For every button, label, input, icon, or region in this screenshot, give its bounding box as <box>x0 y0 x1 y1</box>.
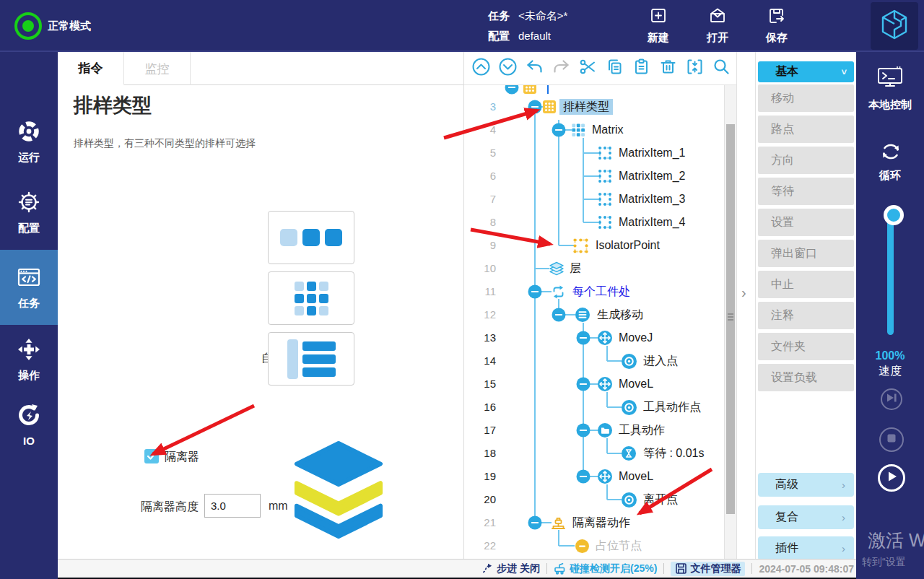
tree-node-label[interactable]: 层 <box>570 261 581 277</box>
speed-slider-track[interactable] <box>887 215 894 335</box>
sidebar-item-run[interactable]: 运行 <box>0 113 58 170</box>
tree-node-label[interactable]: Matrix <box>592 122 624 138</box>
isolator-checkbox[interactable] <box>144 449 159 463</box>
new-button[interactable]: 新建 <box>638 6 679 45</box>
undo-button[interactable] <box>525 58 544 78</box>
collapse-toggle[interactable] <box>576 377 590 394</box>
config-value[interactable]: default <box>518 30 551 43</box>
palette-item-5[interactable]: 设置 <box>758 209 854 236</box>
speed-slider-handle[interactable] <box>884 205 904 225</box>
sidebar-item-io[interactable]: IO <box>0 396 58 453</box>
copy-button[interactable] <box>605 58 624 78</box>
terminal-icon[interactable] <box>876 65 904 94</box>
tree-node-label[interactable]: 隔离器动作 <box>572 515 630 531</box>
tree-node-label[interactable]: MoveL <box>619 469 653 484</box>
option-custom-button[interactable] <box>268 332 354 386</box>
tree-row-number: 17 <box>464 422 496 438</box>
loop-label: 循环 <box>856 169 924 183</box>
new-file-icon <box>648 6 668 29</box>
tree-node-label[interactable]: 工具动作 <box>619 422 665 438</box>
palette-item-9[interactable]: 文件夹 <box>758 333 854 360</box>
tree-node-label[interactable]: 每个工件处 <box>572 284 630 300</box>
collapse-toggle[interactable] <box>552 123 566 140</box>
circle-menu-icon <box>575 307 590 323</box>
speed-label: 速度 <box>856 364 924 379</box>
open-button[interactable]: 打开 <box>697 6 738 45</box>
palette-group-advanced[interactable]: 高级› <box>758 473 854 497</box>
tree-scrollbar[interactable]: ˄ ˅ <box>724 85 736 559</box>
cut-icon <box>578 57 598 79</box>
palette-item-1[interactable]: 移动 <box>758 84 854 112</box>
search-button[interactable] <box>712 58 731 78</box>
tree-connector <box>583 222 598 223</box>
collapse-toggle[interactable] <box>576 469 590 487</box>
tree-node-label[interactable]: MoveJ <box>619 330 653 346</box>
cut-button[interactable] <box>578 58 598 78</box>
collision-detect[interactable]: 碰撞检测开启(25%) <box>554 562 657 575</box>
tree-node-label[interactable]: MatrixItem_4 <box>619 214 685 230</box>
config-gear-icon <box>17 190 41 217</box>
step-mode[interactable]: 步进 关闭 <box>481 562 540 575</box>
move-down-button[interactable] <box>498 58 518 78</box>
dashsquare-blue-icon <box>598 215 612 230</box>
isolator-height-input[interactable] <box>204 494 261 518</box>
jog-arrows-icon <box>17 337 41 365</box>
play-button[interactable] <box>878 464 905 492</box>
collapse-toggle[interactable] <box>528 100 542 117</box>
cycle-icon[interactable] <box>878 139 904 167</box>
paste-button[interactable] <box>632 58 651 78</box>
collapse-toggle[interactable] <box>528 284 542 302</box>
collapse-toggle[interactable] <box>576 331 590 348</box>
sidebar-item-ops[interactable]: 操作 <box>0 329 58 390</box>
tree-node-label[interactable]: MatrixItem_1 <box>619 145 685 161</box>
tab-monitor[interactable]: 监控 <box>124 52 191 85</box>
dotgrid-yellow-icon <box>543 100 556 113</box>
delete-button[interactable] <box>658 58 678 78</box>
pattern-square <box>295 294 304 303</box>
task-value[interactable]: <未命名>* <box>518 9 567 23</box>
tree-node-label[interactable]: 占位节点 <box>596 538 642 554</box>
line-pattern-icon <box>280 229 342 246</box>
palette-header-basic[interactable]: 基本 ˅ <box>758 61 854 82</box>
move-up-button[interactable] <box>471 58 491 78</box>
tree-node-label[interactable]: 排样类型 <box>559 99 613 115</box>
pattern-square <box>325 229 342 246</box>
tree-node-label[interactable]: 离开点 <box>643 492 678 508</box>
tree-node-label[interactable]: 生成移动 <box>597 307 643 323</box>
palette-item-2[interactable]: 路点 <box>758 116 854 143</box>
chevron-right-icon: › <box>842 511 845 523</box>
tree-node-label[interactable]: 等待 : 0.01s <box>643 445 704 461</box>
palette-item-7[interactable]: 中止 <box>758 271 854 298</box>
status-bar: 步进 关闭碰撞检测开启(25%)文件管理器2024-07-05 09:48:07 <box>58 559 856 578</box>
tree-row-number: 13 <box>464 330 496 346</box>
option-line-button[interactable] <box>268 211 354 264</box>
palette-group-composite[interactable]: 复合› <box>758 505 854 529</box>
collapse-toggle[interactable] <box>528 515 542 533</box>
sidebar-item-task[interactable]: 任务 <box>0 250 58 325</box>
tree-node-label[interactable]: MoveL <box>619 376 653 392</box>
tab-instruction[interactable]: 指令 <box>58 52 124 85</box>
skip-next-button <box>881 388 902 410</box>
tree-node-label[interactable]: MatrixItem_2 <box>619 168 685 184</box>
palette-group-plugin[interactable]: 插件› <box>758 536 854 560</box>
collapse-toggle[interactable] <box>552 308 566 325</box>
tree-node-label[interactable]: IsolatorPoint <box>596 238 660 253</box>
option-matrix-button[interactable] <box>268 271 354 325</box>
tree-node-label[interactable]: MatrixItem_3 <box>619 191 685 207</box>
palette-item-3[interactable]: 方向 <box>758 147 854 174</box>
save-button[interactable]: 保存 <box>757 6 797 45</box>
palette-item-8[interactable]: 注释 <box>758 302 854 329</box>
sidebar-item-config[interactable]: 配置 <box>0 183 58 241</box>
loop-icon <box>551 284 566 300</box>
scrollbar-thumb[interactable] <box>726 124 735 514</box>
collapse-toggle[interactable] <box>576 423 590 440</box>
scroll-up-icon[interactable]: ˄ <box>725 566 736 575</box>
chevron-down-icon: ˅ <box>841 66 847 77</box>
tree-node-label[interactable]: 进入点 <box>643 353 678 369</box>
tree-node-label[interactable]: 工具动作点 <box>643 399 701 415</box>
expand-panel-icon[interactable]: › <box>741 284 746 301</box>
palette-item-10[interactable]: 设置负载 <box>758 364 854 391</box>
collapse-all-button[interactable] <box>685 58 705 78</box>
palette-item-4[interactable]: 等待 <box>758 178 854 205</box>
palette-item-6[interactable]: 弹出窗口 <box>758 240 854 267</box>
